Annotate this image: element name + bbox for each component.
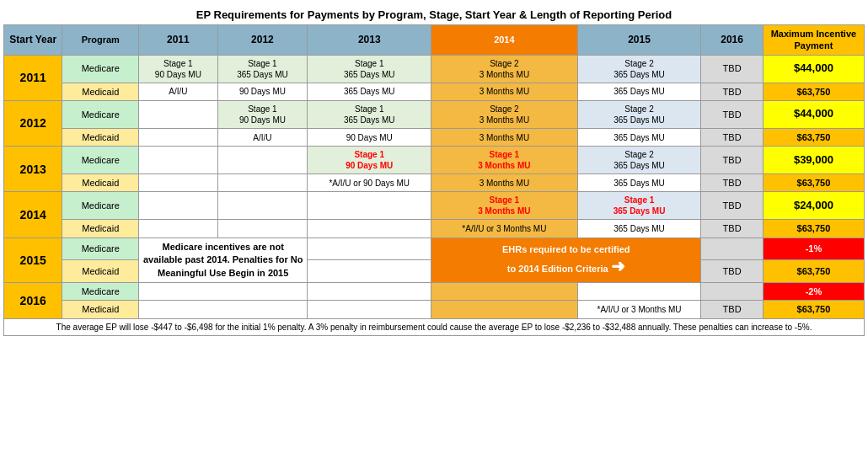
row-2013-medicaid: Medicaid *A/I/U or 90 Days MU 3 Months M… (4, 174, 865, 192)
program-medicaid-2016: Medicaid (62, 301, 139, 318)
cell-2016-2011-12-medicare (139, 282, 308, 300)
row-2011-medicare: 2011 Medicare Stage 190 Days MU Stage 13… (4, 55, 865, 83)
cell-2016-2013-medicaid (308, 301, 431, 318)
cell-2011-2016-medicare: TBD (701, 55, 763, 83)
cell-2011-2012-medicare: Stage 1365 Days MU (217, 55, 308, 83)
cell-2015-2013-medicare (308, 238, 431, 260)
main-container: EP Requirements for Payments by Program,… (0, 0, 868, 339)
max-2014-medicaid: $63,750 (763, 220, 864, 238)
row-2014-medicare: 2014 Medicare Stage 13 Months MU Stage 1… (4, 192, 865, 220)
cell-2012-2014-medicare: Stage 23 Months MU (431, 100, 578, 128)
main-table: Start Year Program 2011 2012 2013 2014 2… (3, 24, 865, 319)
cell-2013-2015-medicaid: 365 Days MU (577, 174, 701, 192)
max-2014-medicare: $24,000 (763, 192, 864, 220)
cell-2011-2013-medicare: Stage 1365 Days MU (308, 55, 431, 83)
program-medicare-2016: Medicare (62, 282, 139, 300)
cell-2014-2011-medicare (139, 192, 217, 220)
cell-2011-2012-medicaid: 90 Days MU (217, 83, 308, 100)
year-2015: 2015 (4, 238, 62, 282)
cell-2013-2015-medicare: Stage 2365 Days MU (577, 147, 701, 174)
header-program: Program (62, 25, 139, 56)
program-medicaid-2015: Medicaid (62, 260, 139, 283)
cell-2013-2011-medicare (139, 147, 217, 174)
cell-2014-2013-medicaid (308, 220, 431, 238)
cell-2016-2016-medicare (701, 282, 763, 300)
cell-2014-2016-medicare: TBD (701, 192, 763, 220)
cell-2016-2014-medicaid (431, 301, 578, 318)
cell-2014-2016-medicaid: TBD (701, 220, 763, 238)
medicare-note-2015: Medicare incentives are not available pa… (139, 238, 308, 282)
max-2012-medicare: $44,000 (763, 100, 864, 128)
program-medicare-2011: Medicare (62, 55, 139, 83)
cell-2013-2013-medicaid: *A/I/U or 90 Days MU (308, 174, 431, 192)
program-medicaid-2012: Medicaid (62, 128, 139, 146)
ehrs-note: EHRs required to be certifiedto 2014 Edi… (431, 238, 701, 282)
cell-2014-2015-medicaid: 365 Days MU (577, 220, 701, 238)
row-2011-medicaid: Medicaid A/I/U 90 Days MU 365 Days MU 3 … (4, 83, 865, 100)
cell-2016-2014-medicare (431, 282, 578, 300)
row-2015-medicare: 2015 Medicare Medicare incentives are no… (4, 238, 865, 260)
cell-2013-2014-medicare: Stage 13 Months MU (431, 147, 578, 174)
cell-2013-2014-medicaid: 3 Months MU (431, 174, 578, 192)
cell-2013-2011-medicaid (139, 174, 217, 192)
cell-2012-2012-medicare: Stage 190 Days MU (217, 100, 308, 128)
cell-2012-2012-medicaid: A/I/U (217, 128, 308, 146)
cell-2016-2015-medicare (577, 282, 701, 300)
header-2011: 2011 (139, 25, 217, 56)
cell-2014-2012-medicaid (217, 220, 308, 238)
cell-2014-2014-medicare: Stage 13 Months MU (431, 192, 578, 220)
cell-2016-2016-medicaid: TBD (701, 301, 763, 318)
cell-2011-2013-medicaid: 365 Days MU (308, 83, 431, 100)
cell-2012-2016-medicare: TBD (701, 100, 763, 128)
cell-2014-2011-medicaid (139, 220, 217, 238)
footer-text: The average EP will lose -$447 to -$6,49… (3, 319, 865, 336)
program-medicare-2015: Medicare (62, 238, 139, 260)
cell-2013-2016-medicare: TBD (701, 147, 763, 174)
cell-2014-2014-medicaid: *A/I/U or 3 Months MU (431, 220, 578, 238)
year-2014: 2014 (4, 192, 62, 238)
row-2013-medicare: 2013 Medicare Stage 190 Days MU Stage 13… (4, 147, 865, 174)
cell-2011-2011-medicare: Stage 190 Days MU (139, 55, 217, 83)
cell-2013-2012-medicaid (217, 174, 308, 192)
max-2016-medicare: -2% (763, 282, 864, 300)
year-2013: 2013 (4, 147, 62, 192)
cell-2012-2013-medicaid: 90 Days MU (308, 128, 431, 146)
row-2012-medicare: 2012 Medicare Stage 190 Days MU Stage 13… (4, 100, 865, 128)
program-medicaid-2014: Medicaid (62, 220, 139, 238)
max-2016-medicaid: $63,750 (763, 301, 864, 318)
cell-2012-2015-medicaid: 365 Days MU (577, 128, 701, 146)
row-2016-medicaid: Medicaid *A/I/U or 3 Months MU TBD $63,7… (4, 301, 865, 318)
max-2011-medicare: $44,000 (763, 55, 864, 83)
cell-2015-2016-medicare (701, 238, 763, 260)
row-2012-medicaid: Medicaid A/I/U 90 Days MU 3 Months MU 36… (4, 128, 865, 146)
year-2011: 2011 (4, 55, 62, 100)
cell-2011-2014-medicare: Stage 23 Months MU (431, 55, 578, 83)
max-2015-medicare: -1% (763, 238, 864, 260)
max-2015-medicaid: $63,750 (763, 260, 864, 283)
cell-2015-2016-medicaid: TBD (701, 260, 763, 283)
cell-2011-2016-medicaid: TBD (701, 83, 763, 100)
cell-2011-2014-medicaid: 3 Months MU (431, 83, 578, 100)
cell-2013-2016-medicaid: TBD (701, 174, 763, 192)
cell-2012-2014-medicaid: 3 Months MU (431, 128, 578, 146)
header-max: Maximum IncentivePayment (763, 25, 864, 56)
program-medicaid-2011: Medicaid (62, 83, 139, 100)
cell-2016-2013-medicare (308, 282, 431, 300)
max-2011-medicaid: $63,750 (763, 83, 864, 100)
program-medicare-2012: Medicare (62, 100, 139, 128)
year-2012: 2012 (4, 100, 62, 146)
header-2014: 2014 (431, 25, 578, 56)
cell-2012-2013-medicare: Stage 1365 Days MU (308, 100, 431, 128)
program-medicare-2014: Medicare (62, 192, 139, 220)
cell-2013-2013-medicare: Stage 190 Days MU (308, 147, 431, 174)
cell-2016-2011-12-medicaid (139, 301, 308, 318)
cell-2012-2015-medicare: Stage 2365 Days MU (577, 100, 701, 128)
year-2016: 2016 (4, 282, 62, 318)
program-medicare-2013: Medicare (62, 147, 139, 174)
cell-2012-2016-medicaid: TBD (701, 128, 763, 146)
cell-2011-2015-medicaid: 365 Days MU (577, 83, 701, 100)
cell-2015-2013-medicaid (308, 260, 431, 283)
cell-2011-2015-medicare: Stage 2365 Days MU (577, 55, 701, 83)
row-2014-medicaid: Medicaid *A/I/U or 3 Months MU 365 Days … (4, 220, 865, 238)
header-2015: 2015 (577, 25, 701, 56)
